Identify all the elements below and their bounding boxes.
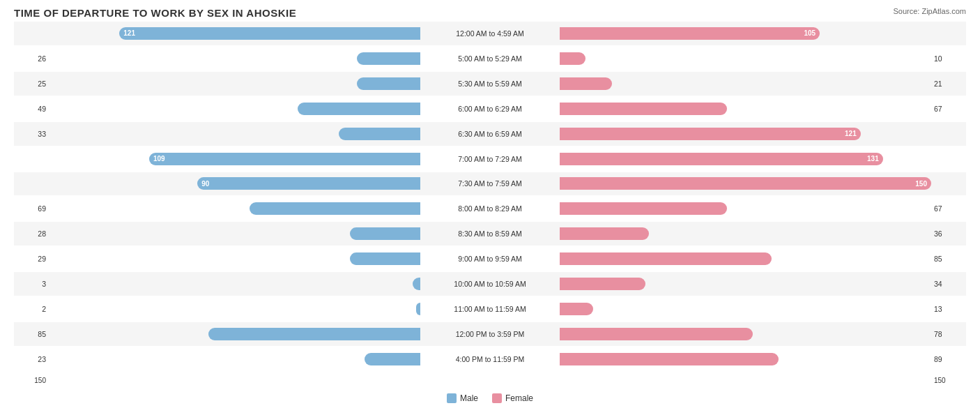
female-bar: 131 bbox=[560, 153, 883, 165]
male-bar-container bbox=[49, 252, 420, 265]
chart-row: 12112:00 AM to 4:59 AM105 bbox=[14, 22, 966, 45]
female-bar-container bbox=[560, 202, 931, 215]
female-bar-container bbox=[560, 52, 931, 65]
female-bar-container: 150 bbox=[560, 177, 931, 190]
chart-row: 299:00 AM to 9:59 AM85 bbox=[14, 247, 966, 271]
chart-row: 265:00 AM to 5:29 AM10 bbox=[14, 47, 966, 70]
time-label: 4:00 PM to 11:59 PM bbox=[420, 355, 560, 363]
female-value-label: 21 bbox=[931, 80, 966, 88]
source-text: Source: ZipAtlas.com bbox=[893, 7, 966, 15]
female-bar: 150 bbox=[560, 177, 931, 190]
female-bar-container: 131 bbox=[560, 153, 931, 165]
female-bar: 105 bbox=[560, 27, 820, 40]
female-bar-container: 105 bbox=[560, 27, 931, 40]
male-bar-container bbox=[49, 77, 420, 90]
female-bar-value: 150 bbox=[915, 180, 927, 188]
male-bar bbox=[339, 128, 420, 140]
male-bar-container: 90 bbox=[49, 177, 420, 190]
male-bar bbox=[350, 227, 420, 240]
female-bar-container: 121 bbox=[560, 128, 931, 140]
male-value-label: 69 bbox=[14, 204, 49, 213]
female-value-label: 89 bbox=[931, 355, 966, 363]
female-bar bbox=[560, 227, 649, 240]
time-label: 7:00 AM to 7:29 AM bbox=[420, 155, 560, 163]
female-value-label: 67 bbox=[931, 105, 966, 113]
male-bar-container bbox=[49, 202, 420, 215]
legend-female-box bbox=[492, 393, 502, 403]
male-bar-value: 121 bbox=[123, 29, 135, 37]
chart-title: TIME OF DEPARTURE TO WORK BY SEX IN AHOS… bbox=[14, 7, 966, 19]
male-bar-container: 109 bbox=[49, 153, 420, 165]
male-bar-container bbox=[49, 52, 420, 65]
legend: Male Female bbox=[14, 393, 966, 403]
female-bar bbox=[560, 77, 612, 90]
male-bar bbox=[208, 328, 420, 340]
legend-male-box bbox=[447, 393, 457, 403]
male-bar bbox=[357, 77, 420, 90]
female-bar-container bbox=[560, 353, 931, 365]
female-bar-container bbox=[560, 77, 931, 90]
female-bar-container bbox=[560, 303, 931, 315]
female-bar-container bbox=[560, 103, 931, 115]
chart-area: 12112:00 AM to 4:59 AM105265:00 AM to 5:… bbox=[14, 22, 966, 388]
male-bar bbox=[413, 278, 420, 290]
time-label: 11:00 AM to 11:59 AM bbox=[420, 305, 560, 313]
chart-row: 288:30 AM to 8:59 AM36 bbox=[14, 222, 966, 246]
time-label: 8:30 AM to 8:59 AM bbox=[420, 229, 560, 238]
time-label: 10:00 AM to 10:59 AM bbox=[420, 280, 560, 288]
male-bar-container bbox=[49, 353, 420, 365]
time-label: 6:00 AM to 6:29 AM bbox=[420, 105, 560, 113]
chart-row: 496:00 AM to 6:29 AM67 bbox=[14, 97, 966, 121]
axis-right-label: 150 bbox=[931, 377, 966, 384]
female-bar-container bbox=[560, 278, 931, 290]
female-value-label: 78 bbox=[931, 330, 966, 338]
time-label: 8:00 AM to 8:29 AM bbox=[420, 204, 560, 213]
female-bar bbox=[560, 328, 753, 340]
female-bar: 121 bbox=[560, 128, 861, 140]
chart-container: TIME OF DEPARTURE TO WORK BY SEX IN AHOS… bbox=[0, 0, 980, 415]
male-value-label: 28 bbox=[14, 229, 49, 238]
time-label: 12:00 PM to 3:59 PM bbox=[420, 330, 560, 338]
male-bar-container bbox=[49, 278, 420, 290]
male-bar-container bbox=[49, 303, 420, 315]
chart-row: 698:00 AM to 8:29 AM67 bbox=[14, 197, 966, 220]
chart-row: 336:30 AM to 6:59 AM121 bbox=[14, 122, 966, 146]
female-bar bbox=[560, 303, 593, 315]
female-bar bbox=[560, 252, 772, 265]
legend-male-label: Male bbox=[460, 393, 478, 403]
male-bar-container bbox=[49, 128, 420, 140]
female-bar-value: 121 bbox=[845, 130, 857, 137]
chart-row: 211:00 AM to 11:59 AM13 bbox=[14, 297, 966, 321]
male-bar-container: 121 bbox=[49, 27, 420, 40]
male-bar bbox=[298, 103, 420, 115]
male-value-label: 85 bbox=[14, 330, 49, 338]
male-value-label: 29 bbox=[14, 255, 49, 263]
female-value-label: 67 bbox=[931, 204, 966, 213]
time-label: 5:30 AM to 5:59 AM bbox=[420, 80, 560, 88]
female-bar-value: 105 bbox=[804, 29, 816, 37]
male-bar-value: 109 bbox=[153, 155, 165, 163]
chart-row: 907:30 AM to 7:59 AM150 bbox=[14, 172, 966, 196]
female-bar bbox=[560, 52, 585, 65]
female-bar-container bbox=[560, 252, 931, 265]
male-bar bbox=[350, 252, 420, 265]
time-label: 7:30 AM to 7:59 AM bbox=[420, 179, 560, 188]
chart-row: 310:00 AM to 10:59 AM34 bbox=[14, 272, 966, 296]
male-value-label: 49 bbox=[14, 105, 49, 113]
male-bar-container bbox=[49, 328, 420, 340]
time-label: 12:00 AM to 4:59 AM bbox=[420, 29, 560, 38]
male-bar-container bbox=[49, 227, 420, 240]
female-value-label: 10 bbox=[931, 54, 966, 63]
female-bar-value: 131 bbox=[867, 155, 879, 163]
male-bar: 121 bbox=[119, 27, 420, 40]
time-label: 6:30 AM to 6:59 AM bbox=[420, 130, 560, 138]
male-bar-value: 90 bbox=[201, 180, 209, 188]
female-bar-container bbox=[560, 227, 931, 240]
male-bar bbox=[357, 52, 420, 65]
legend-female: Female bbox=[492, 393, 533, 403]
chart-row: 1097:00 AM to 7:29 AM131 bbox=[14, 147, 966, 171]
female-value-label: 36 bbox=[931, 229, 966, 238]
female-value-label: 13 bbox=[931, 305, 966, 313]
male-bar-container bbox=[49, 103, 420, 115]
chart-row: 255:30 AM to 5:59 AM21 bbox=[14, 72, 966, 96]
